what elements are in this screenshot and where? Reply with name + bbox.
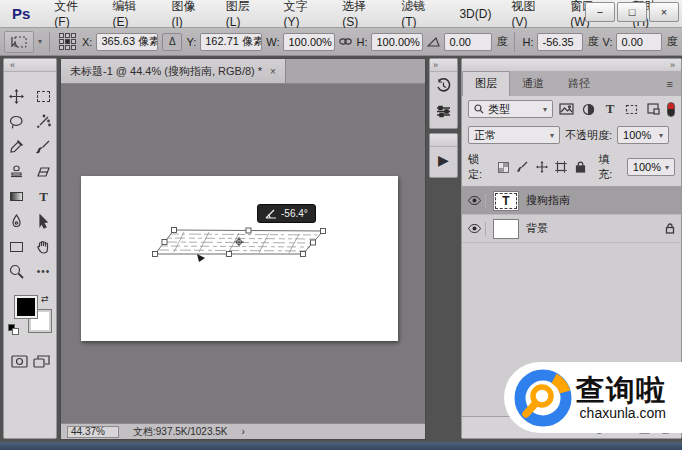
h-skew-unit: 度 bbox=[587, 34, 598, 49]
rectangular-marquee-tool[interactable] bbox=[30, 84, 57, 109]
status-chevron-icon[interactable]: › bbox=[242, 426, 245, 437]
smart-object-filter-icon[interactable] bbox=[645, 101, 662, 118]
foreground-color-swatch[interactable] bbox=[15, 296, 37, 318]
lock-artboard-icon[interactable] bbox=[554, 160, 568, 175]
background-layer-thumbnail[interactable] bbox=[493, 219, 519, 239]
history-panel-icon[interactable] bbox=[430, 72, 457, 98]
document-window: 未标题-1 @ 44.4% (搜狗指南, RGB/8) * × bbox=[60, 58, 426, 440]
pen-tool[interactable] bbox=[3, 209, 30, 234]
y-label: Y: bbox=[186, 36, 196, 48]
fill-label: 填充: bbox=[598, 152, 622, 182]
chevron-down-icon: ▾ bbox=[543, 105, 547, 114]
lock-all-icon[interactable] bbox=[573, 160, 587, 175]
rotate-unit: 度 bbox=[496, 34, 507, 49]
strip-group-handle[interactable] bbox=[430, 134, 457, 147]
filter-type-select[interactable]: 类型 ▾ bbox=[468, 100, 553, 118]
visibility-eye-icon[interactable] bbox=[468, 194, 486, 208]
document-tab-title: 未标题-1 @ 44.4% (搜狗指南, RGB/8) * bbox=[70, 64, 262, 79]
default-colors-icon[interactable] bbox=[8, 324, 18, 334]
fill-select[interactable]: 100% ▾ bbox=[627, 158, 675, 176]
fill-value: 100% bbox=[633, 161, 661, 173]
height-input[interactable]: 100.00% bbox=[371, 33, 423, 51]
canvas[interactable]: -56.4° bbox=[81, 176, 398, 341]
canvas-area[interactable]: -56.4° bbox=[61, 84, 425, 424]
layer-row-text[interactable]: T 搜狗指南 bbox=[462, 187, 681, 215]
adjustment-layer-filter-icon[interactable] bbox=[580, 101, 597, 118]
edit-toolbar-button[interactable]: ••• bbox=[30, 259, 57, 284]
lock-transparency-icon[interactable] bbox=[497, 160, 511, 175]
v-skew-unit: 度 bbox=[666, 34, 677, 49]
rotate-input[interactable]: 0.00 bbox=[444, 33, 492, 51]
link-dimensions-icon[interactable] bbox=[339, 37, 352, 46]
eraser-tool[interactable] bbox=[30, 159, 57, 184]
lock-label: 锁定: bbox=[468, 152, 492, 182]
x-label: X: bbox=[82, 36, 92, 48]
eyedropper-tool[interactable] bbox=[3, 134, 30, 159]
swap-colors-icon[interactable]: ⇄ bbox=[41, 294, 49, 304]
menu-3d[interactable]: 3D(D) bbox=[449, 3, 501, 25]
v-skew-input[interactable]: 0.00 bbox=[616, 33, 662, 51]
h-skew-label: H: bbox=[522, 36, 533, 48]
move-tool[interactable] bbox=[3, 84, 30, 109]
magic-wand-tool[interactable] bbox=[30, 109, 57, 134]
document-tab-bar: 未标题-1 @ 44.4% (搜狗指南, RGB/8) * × bbox=[61, 59, 425, 84]
chevron-down-icon: ▾ bbox=[659, 131, 663, 140]
close-button[interactable]: × bbox=[649, 2, 679, 22]
tab-channels[interactable]: 通道 bbox=[510, 72, 556, 96]
chevron-down-icon: ▾ bbox=[550, 131, 554, 140]
layer-name[interactable]: 搜狗指南 bbox=[526, 193, 570, 208]
blend-mode-select[interactable]: 正常 ▾ bbox=[468, 126, 560, 144]
lasso-tool[interactable] bbox=[3, 109, 30, 134]
layer-name[interactable]: 背景 bbox=[526, 221, 548, 236]
text-layer-thumbnail[interactable]: T bbox=[493, 191, 519, 211]
shape-layer-filter-icon[interactable] bbox=[624, 101, 641, 118]
zoom-level-field[interactable]: 44.37% bbox=[67, 426, 119, 438]
rotation-angle-value: -56.4° bbox=[281, 208, 308, 219]
brush-tool[interactable] bbox=[30, 134, 57, 159]
y-input[interactable]: 162.71 像素 bbox=[200, 33, 262, 51]
tools-panel: « T bbox=[3, 58, 57, 439]
pixel-layer-filter-icon[interactable] bbox=[558, 101, 575, 118]
width-input[interactable]: 100.00% bbox=[283, 33, 335, 51]
x-input[interactable]: 365.63 像素 bbox=[96, 33, 158, 51]
document-size-info: 文档:937.5K/1023.5K bbox=[133, 425, 228, 439]
quick-mask-button[interactable] bbox=[9, 354, 29, 369]
tab-layers[interactable]: 图层 bbox=[462, 71, 510, 96]
document-tab[interactable]: 未标题-1 @ 44.4% (搜狗指南, RGB/8) * × bbox=[61, 59, 286, 83]
path-selection-tool[interactable] bbox=[30, 209, 57, 234]
window-bottom-border bbox=[0, 442, 682, 450]
visibility-eye-icon[interactable] bbox=[468, 222, 486, 236]
transform-tool-button[interactable] bbox=[4, 31, 34, 53]
lock-position-icon[interactable] bbox=[535, 160, 549, 175]
rectangle-tool[interactable] bbox=[3, 234, 30, 259]
reference-point-locator[interactable] bbox=[59, 33, 76, 50]
gradient-tool[interactable] bbox=[3, 184, 30, 209]
minimize-button[interactable]: − bbox=[585, 2, 615, 22]
layer-row-background[interactable]: 背景 bbox=[462, 215, 681, 243]
h-skew-input[interactable]: -56.35 bbox=[537, 33, 583, 51]
screen-mode-button[interactable] bbox=[31, 354, 51, 369]
blend-mode-value: 正常 bbox=[474, 128, 496, 143]
maximize-button[interactable]: □ bbox=[617, 2, 647, 22]
properties-panel-icon[interactable] bbox=[430, 98, 457, 124]
menu-bar: Ps 文件(F) 编辑(E) 图像(I) 图层(L) 文字(Y) 选择(S) 滤… bbox=[0, 0, 682, 28]
zoom-tool[interactable] bbox=[3, 259, 30, 284]
clone-stamp-tool[interactable] bbox=[3, 159, 30, 184]
tools-collapse-handle[interactable]: « bbox=[4, 59, 56, 72]
opacity-select[interactable]: 100% ▾ bbox=[617, 126, 669, 144]
tab-paths[interactable]: 路径 bbox=[556, 72, 602, 96]
type-layer-filter-icon[interactable]: T bbox=[602, 101, 619, 118]
layer-filter-toggle[interactable] bbox=[667, 102, 675, 117]
strip-expand-handle[interactable]: » bbox=[430, 59, 457, 72]
width-label: W: bbox=[266, 36, 279, 48]
lock-paint-icon[interactable] bbox=[516, 160, 530, 175]
panel-menu-icon[interactable]: ≡ bbox=[660, 78, 681, 96]
type-tool[interactable]: T bbox=[30, 184, 57, 209]
relative-position-toggle[interactable]: Δ bbox=[162, 33, 182, 51]
actions-panel-icon[interactable]: ▶ bbox=[430, 147, 457, 173]
layer-filter-row: 类型 ▾ T bbox=[462, 96, 681, 122]
hand-tool[interactable] bbox=[30, 234, 57, 259]
free-transform-overlay[interactable] bbox=[81, 176, 398, 341]
tool-preset-caret-icon[interactable]: ▾ bbox=[38, 37, 42, 46]
tab-close-icon[interactable]: × bbox=[270, 66, 276, 77]
